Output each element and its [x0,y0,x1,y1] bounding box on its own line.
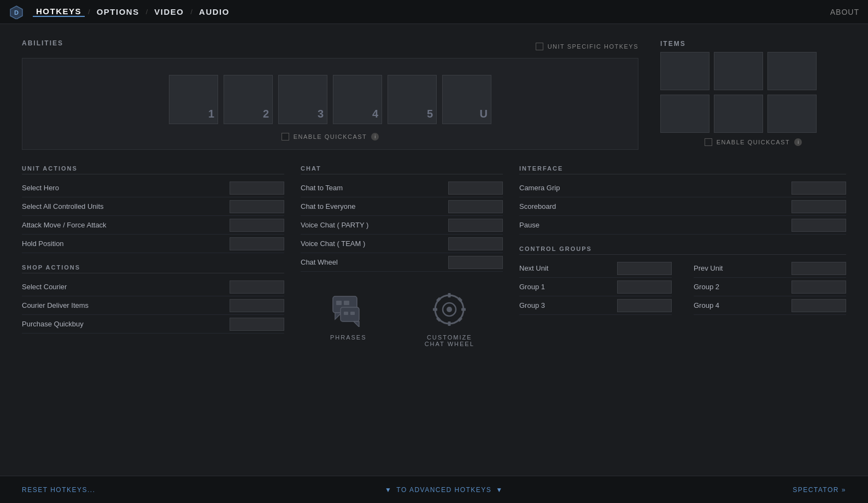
svg-rect-3 [336,301,342,305]
nav-item-hotkeys[interactable]: HOTKEYS [33,7,85,17]
unit-action-input-3[interactable] [230,237,284,250]
items-info-icon[interactable]: i [794,138,802,146]
cg-left-col: Next Unit Group 1 Group 3 [519,259,672,315]
item-slot-3[interactable] [767,52,817,90]
reset-hotkeys-button[interactable]: RESET HOTKEYS... [22,486,95,494]
ability-slot-u[interactable]: U [442,75,491,124]
top-section: ABILITIES UNIT SPECIFIC HOTKEYS 1 2 3 4 … [22,39,846,150]
cg-right-label-1: Group 2 [694,283,719,291]
cg-left-label-1: Group 1 [519,283,545,291]
cg-left-input-1[interactable] [617,280,672,294]
phrases-icon [329,290,367,329]
chat-label-2: Voice Chat ( PARTY ) [301,221,368,229]
unit-action-row-0: Select Hero [22,179,284,197]
svg-rect-14 [448,321,451,326]
nav-item-video[interactable]: VIDEO [151,7,187,16]
item-slot-5[interactable] [714,95,763,133]
item-slot-1[interactable] [660,52,709,90]
cg-right-input-1[interactable] [791,280,846,294]
items-grid-bottom [660,95,846,133]
items-section: ITEMS ENABLE QUICKCAST i [660,39,846,150]
shop-action-row-1: Courier Deliver Items [22,296,284,315]
advanced-hotkeys-button[interactable]: ▼ TO ADVANCED HOTKEYS ▼ [385,486,503,494]
ability-slots: 1 2 3 4 5 U [33,69,627,124]
unit-specific-label: UNIT SPECIFIC HOTKEYS [548,43,638,50]
svg-rect-4 [344,301,349,305]
shop-action-row-0: Select Courier [22,278,284,296]
chat-row-3: Voice Chat ( TEAM ) [301,235,503,253]
cg-left-input-2[interactable] [617,299,672,312]
bottom-section: UNIT ACTIONS Select Hero Select All Cont… [22,165,846,347]
bottom-bar: RESET HOTKEYS... ▼ TO ADVANCED HOTKEYS ▼… [0,476,868,503]
interface-input-0[interactable] [791,182,846,195]
item-slot-6[interactable] [767,95,817,133]
shop-action-input-0[interactable] [230,280,284,294]
ability-slot-2[interactable]: 2 [224,75,273,124]
unit-action-row-3: Hold Position [22,235,284,253]
shop-action-input-2[interactable] [230,318,284,331]
ability-slot-4[interactable]: 4 [333,75,382,124]
items-quickcast-label: ENABLE QUICKCAST [717,139,790,145]
abilities-quickcast-label: ENABLE QUICKCAST [294,133,367,140]
abilities-title: ABILITIES [22,39,63,47]
chat-icons-row: PHRASES [301,285,503,347]
unit-action-input-1[interactable] [230,200,284,213]
svg-rect-13 [448,293,451,297]
nav-about[interactable]: ABOUT [830,8,859,16]
chat-input-0[interactable] [448,182,503,195]
unit-specific-row: UNIT SPECIFIC HOTKEYS [536,43,638,50]
item-slot-2[interactable] [714,52,763,90]
items-quickcast-checkbox[interactable] [705,138,712,146]
cg-left-row-2: Group 3 [519,296,672,315]
ability-slot-1[interactable]: 1 [169,75,218,124]
shop-action-input-1[interactable] [230,299,284,312]
abilities-box: 1 2 3 4 5 U ENABLE QUICKCAST i [22,58,638,150]
interface-input-2[interactable] [791,219,846,232]
main-content: ABILITIES UNIT SPECIFIC HOTKEYS 1 2 3 4 … [0,24,868,476]
ability-slot-5[interactable]: 5 [388,75,437,124]
unit-action-label-3: Hold Position [22,239,64,248]
cg-right-input-0[interactable] [791,262,846,275]
cg-right-input-2[interactable] [791,299,846,312]
nav-bar: D HOTKEYS / OPTIONS / VIDEO / AUDIO ABOU… [0,0,868,24]
chat-title: CHAT [301,165,503,174]
svg-marker-9 [354,321,359,327]
unit-specific-checkbox[interactable] [536,43,543,50]
nav-item-options[interactable]: OPTIONS [93,7,143,16]
nav-sep-3: / [190,8,192,16]
chat-col: CHAT Chat to Team Chat to Everyone Voice… [284,165,519,347]
unit-action-input-0[interactable] [230,182,284,195]
item-slot-4[interactable] [660,95,709,133]
unit-action-input-2[interactable] [230,219,284,232]
svg-point-12 [447,307,452,312]
spectator-button[interactable]: SPECTATOR » [793,486,846,494]
interface-row-0: Camera Grip [519,179,846,197]
chat-input-3[interactable] [448,237,503,250]
chat-label-3: Voice Chat ( TEAM ) [301,239,365,248]
svg-rect-6 [341,307,359,321]
customize-chat-wheel-button[interactable]: CUSTOMIZE CHAT WHEEL [425,290,474,347]
chat-input-4[interactable] [448,256,503,269]
chat-label-1: Chat to Everyone [301,202,355,210]
cg-right-row-0: Prev Unit [694,259,846,278]
unit-action-label-1: Select All Controlled Units [22,202,104,210]
chat-row-4: Chat Wheel [301,253,503,272]
shop-actions-list: Select Courier Courier Deliver Items Pur… [22,278,284,334]
chat-input-1[interactable] [448,200,503,213]
customize-icon [430,290,468,329]
svg-rect-8 [350,312,355,315]
chat-input-2[interactable] [448,219,503,232]
phrases-button[interactable]: PHRASES [329,290,367,347]
cg-left-input-0[interactable] [617,262,672,275]
shop-actions-title: SHOP ACTIONS [22,264,284,273]
interface-row-2: Pause [519,216,846,235]
interface-input-1[interactable] [791,200,846,213]
abilities-quickcast-checkbox[interactable] [281,133,289,141]
ability-slot-3[interactable]: 3 [278,75,327,124]
interface-label-2: Pause [519,221,539,229]
nav-item-audio[interactable]: AUDIO [196,7,233,16]
abilities-info-icon[interactable]: i [371,133,379,141]
right-col: INTERFACE Camera Grip Scoreboard Pause C… [519,165,846,347]
cg-right-label-0: Prev Unit [694,264,723,272]
abilities-quickcast-row: ENABLE QUICKCAST i [33,133,627,141]
